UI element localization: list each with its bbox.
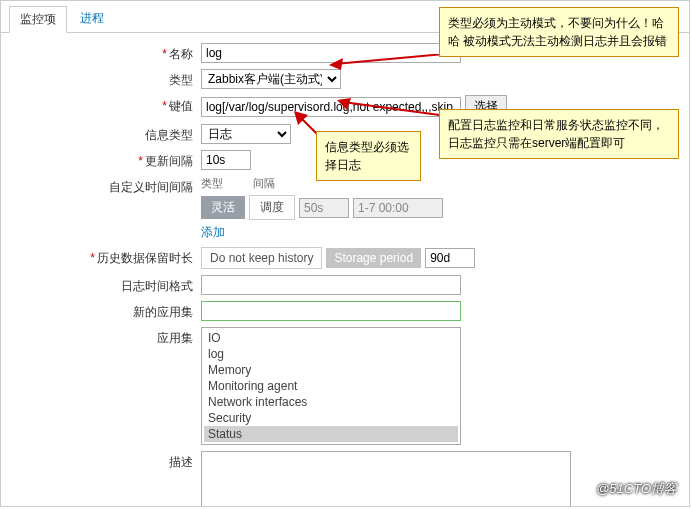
app-option[interactable]: Network interfaces	[204, 394, 458, 410]
callout-infotype: 信息类型必须选择日志	[316, 131, 421, 181]
flex-interval-input[interactable]	[299, 198, 349, 218]
svg-marker-5	[337, 98, 351, 110]
label-newapp: 新的应用集	[133, 305, 193, 319]
label-apps: 应用集	[157, 331, 193, 345]
label-infotype: 信息类型	[145, 128, 193, 142]
apps-listbox[interactable]: IOlogMemoryMonitoring agentNetwork inter…	[201, 327, 461, 445]
desc-textarea[interactable]	[201, 451, 571, 507]
app-option[interactable]: Security	[204, 410, 458, 426]
type-select[interactable]: Zabbix客户端(主动式)	[201, 69, 341, 89]
label-custom-interval: 自定义时间间隔	[109, 180, 193, 194]
label-type: 类型	[169, 73, 193, 87]
history-keep-button[interactable]: Do not keep history	[201, 247, 322, 269]
newapp-input[interactable]	[201, 301, 461, 321]
tab-monitor[interactable]: 监控项	[9, 6, 67, 33]
flex-button[interactable]: 灵活	[201, 196, 245, 219]
callout-config: 配置日志监控和日常服务状态监控不同，日志监控只需在server端配置即可	[439, 109, 679, 159]
app-option[interactable]: log	[204, 346, 458, 362]
svg-line-0	[335, 54, 444, 64]
svg-line-4	[343, 102, 447, 116]
infotype-select[interactable]: 日志	[201, 124, 291, 144]
app-option[interactable]: IO	[204, 330, 458, 346]
svg-marker-1	[329, 58, 343, 70]
col-interval: 间隔	[253, 176, 275, 191]
logformat-input[interactable]	[201, 275, 461, 295]
label-name: 名称	[169, 47, 193, 61]
flex-period-input[interactable]	[353, 198, 443, 218]
update-interval-input[interactable]	[201, 150, 251, 170]
app-option[interactable]: Memory	[204, 362, 458, 378]
label-key: 键值	[169, 99, 193, 113]
label-logformat: 日志时间格式	[121, 279, 193, 293]
label-desc: 描述	[169, 455, 193, 469]
add-link[interactable]: 添加	[201, 224, 225, 241]
tab-process[interactable]: 进程	[70, 6, 114, 31]
col-type: 类型	[201, 176, 223, 191]
arrow-icon	[329, 54, 444, 74]
sched-button[interactable]: 调度	[249, 195, 295, 220]
watermark: @51CTO博客	[596, 480, 677, 498]
app-option[interactable]: Status	[204, 426, 458, 442]
history-period-label[interactable]: Storage period	[326, 248, 421, 268]
label-history: 历史数据保留时长	[97, 251, 193, 265]
history-period-input[interactable]	[425, 248, 475, 268]
callout-type: 类型必须为主动模式，不要问为什么！哈哈 被动模式无法主动检测日志并且会报错	[439, 7, 679, 57]
label-update: 更新间隔	[145, 154, 193, 168]
arrow-icon	[337, 98, 447, 118]
app-option[interactable]: Monitoring agent	[204, 378, 458, 394]
